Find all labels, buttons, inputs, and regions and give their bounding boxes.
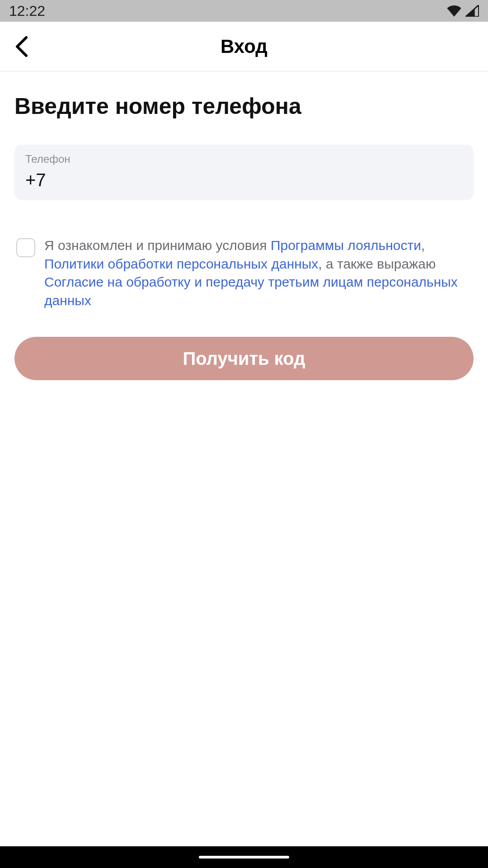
phone-label: Телефон: [25, 153, 463, 165]
status-bar: 12:22: [0, 0, 488, 22]
phone-field[interactable]: Телефон: [14, 145, 474, 200]
chevron-left-icon: [15, 36, 28, 57]
wifi-icon: [446, 5, 462, 17]
privacy-policy-link[interactable]: Политики обработки персональных данных: [44, 256, 318, 271]
loyalty-program-link[interactable]: Программы лояльности: [271, 238, 421, 253]
consent-text-part2: , а также выражаю: [318, 256, 436, 271]
content: Введите номер телефона Телефон Я ознаком…: [0, 71, 488, 868]
nav-bar: Вход: [0, 22, 488, 71]
status-icons: [446, 5, 479, 17]
heading: Введите номер телефона: [14, 93, 474, 119]
consent-checkbox[interactable]: [16, 238, 35, 257]
consent-text: Я ознакомлен и принимаю условия Программ…: [44, 236, 472, 310]
consent-text-part1: Я ознакомлен и принимаю условия: [44, 238, 271, 253]
back-button[interactable]: [11, 36, 33, 57]
consent-sep1: ,: [421, 238, 425, 253]
get-code-button[interactable]: Получить код: [14, 337, 474, 380]
phone-input[interactable]: [25, 170, 463, 190]
page-title: Вход: [221, 36, 267, 57]
status-time: 12:22: [9, 3, 45, 19]
consent-row: Я ознакомлен и принимаю условия Программ…: [14, 236, 474, 310]
data-processing-consent-link[interactable]: Согласие на обработку и передачу третьим…: [44, 274, 458, 308]
cellular-signal-icon: [465, 5, 479, 17]
system-nav-bar: [0, 846, 488, 868]
home-indicator[interactable]: [199, 856, 289, 859]
